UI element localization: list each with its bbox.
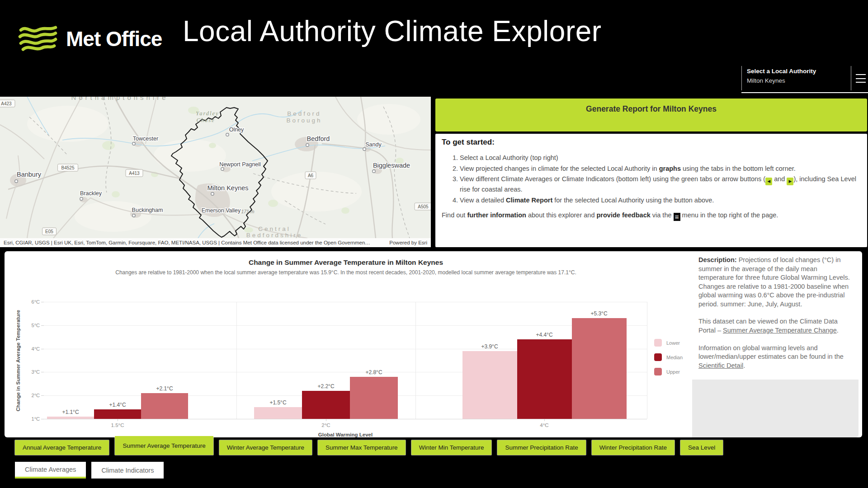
text-segment: and <box>772 175 787 183</box>
powered-by-esri-link[interactable]: Powered by Esri <box>378 240 427 245</box>
met-office-brand: Met Office <box>17 23 162 54</box>
legend-label: Upper <box>666 369 680 375</box>
instruction-step-3: View different Climate Averages or Clima… <box>460 175 858 194</box>
text-segment: Find out <box>442 211 467 219</box>
brand-name: Met Office <box>66 27 162 51</box>
map[interactable]: A423B4525A413A6A505E05 NorthamptonshireY… <box>0 97 431 247</box>
place-marker <box>132 142 135 145</box>
text-segment: Climate Report <box>506 197 552 204</box>
place-marker <box>221 168 224 170</box>
text-segment: using the tabs in the bottom left corner… <box>681 165 796 172</box>
y-tick-label: 1°C <box>22 416 40 422</box>
y-axis-tick <box>41 349 44 349</box>
place-marker <box>80 197 83 200</box>
text-segment: View a detailed <box>460 197 506 204</box>
road-shield-label-e05: E05 <box>45 229 53 234</box>
text-segment: about this explorer and <box>526 211 597 219</box>
bar-median-2-c[interactable] <box>302 391 350 419</box>
bar-upper-1-5-c[interactable] <box>141 393 188 419</box>
text-segment: menu in the top right of the page. <box>680 211 778 219</box>
chart-title: Change in Summer Average Temperature in … <box>5 258 687 267</box>
menu-icon[interactable] <box>856 74 866 83</box>
text-segment: . <box>743 362 745 369</box>
text-segment: View different Climate Averages or Clima… <box>460 175 765 183</box>
bar-value-label: +1.5°C <box>258 399 298 406</box>
plot-separator <box>415 302 416 419</box>
x-axis-tick <box>544 419 545 421</box>
instructions-footer: Find out further information about this … <box>442 211 861 221</box>
y-tick-label: 3°C <box>22 369 40 375</box>
tab-sea-level[interactable]: Sea Level <box>680 440 723 455</box>
y-gridline <box>44 302 647 302</box>
legend-item-median[interactable]: Median <box>654 353 683 361</box>
category-tab-bar: Climate AveragesClimate Indicators <box>15 462 164 479</box>
legend-item-upper[interactable]: Upper <box>654 368 683 375</box>
x-tick-label: 1.5°C <box>102 422 133 428</box>
selector-value[interactable]: Milton Keynes <box>747 77 847 84</box>
app-root: Met Office Local Authority Climate Explo… <box>0 0 868 488</box>
road-shield-label-a505: A505 <box>418 204 429 209</box>
text-segment: Projections of local changes (°C) in sum… <box>698 256 850 308</box>
map-label-171-m: 171 m <box>241 209 254 214</box>
x-tick-label: 4°C <box>528 422 560 428</box>
tab-annual-average-temperature[interactable]: Annual Average Temperature <box>15 440 109 455</box>
road-shield-label-a413: A413 <box>129 171 140 176</box>
y-tick-label: 5°C <box>22 323 40 328</box>
y-axis-tick <box>41 372 44 372</box>
chart-card: Change in Summer Average Temperature in … <box>5 251 862 437</box>
bar-upper-2-c[interactable] <box>350 377 398 419</box>
legend-swatch <box>654 353 662 361</box>
instruction-step-1: Select a Local Authority (top right) <box>460 154 858 163</box>
y-axis-tick <box>41 325 44 326</box>
text-segment: Select a Local Authority (top right) <box>460 154 558 161</box>
place-marker <box>15 180 18 183</box>
description-panel: Description: Projections of local change… <box>692 251 859 437</box>
x-axis-tick <box>118 419 118 421</box>
text-segment: graphs <box>659 165 681 172</box>
local-authority-selector[interactable]: Select a Local Authority Milton Keynes <box>747 68 847 84</box>
legend-item-lower[interactable]: Lower <box>654 339 683 347</box>
text-segment: provide feedback <box>597 211 651 219</box>
bar-value-label: +3.9°C <box>469 343 510 350</box>
tab-climate-averages[interactable]: Climate Averages <box>15 462 86 479</box>
selector-underline <box>741 92 868 93</box>
text-segment: Information on global warming levels and… <box>698 344 844 361</box>
text-segment: . <box>837 327 839 334</box>
bar-upper-4-c[interactable] <box>572 318 627 419</box>
tab-summer-precipitation-rate[interactable]: Summer Precipitation Rate <box>497 440 585 455</box>
bar-median-1-5-c[interactable] <box>94 409 141 419</box>
tab-winter-precipitation-rate[interactable]: Winter Precipitation Rate <box>592 440 675 455</box>
tab-winter-average-temperature[interactable]: Winter Average Temperature <box>219 440 312 455</box>
place-marker <box>132 214 135 217</box>
tab-summer-max-temperature[interactable]: Summer Max Temperature <box>318 440 406 455</box>
plot-separator <box>647 302 647 419</box>
generate-report-button[interactable]: Generate Report for Milton Keynes <box>435 99 867 131</box>
text-segment: further information <box>467 211 526 219</box>
instructions-panel: To get started: Select a Local Authority… <box>435 134 867 247</box>
y-axis-tick <box>41 302 44 302</box>
map-label-sandy: Sandy <box>365 141 382 148</box>
bar-lower-4-c[interactable] <box>462 351 517 419</box>
chart-subtitle: Changes are relative to 1981-2000 when t… <box>5 269 687 276</box>
bar-median-4-c[interactable] <box>517 339 572 419</box>
bar-value-label: +4.4°C <box>524 332 565 338</box>
selector-label: Select a Local Authority <box>747 68 847 75</box>
bar-lower-1-5-c[interactable] <box>47 417 94 419</box>
x-tick-label: 2°C <box>310 422 342 428</box>
bar-value-label: +1.4°C <box>97 402 138 408</box>
map-label-northamptonshire: Northamptonshire <box>71 97 168 101</box>
text-segment: via the <box>651 211 674 219</box>
tab-summer-average-temperature[interactable]: Summer Average Temperature <box>115 436 213 455</box>
tab-winter-min-temperature[interactable]: Winter Min Temperature <box>411 440 492 455</box>
legend-label: Lower <box>666 340 680 346</box>
tab-climate-indicators[interactable]: Climate Indicators <box>91 462 164 479</box>
scientific-detail-link[interactable]: Scientific Detail <box>698 362 743 369</box>
y-gridline <box>44 325 647 326</box>
map-label-central: Central <box>258 225 291 232</box>
bar-value-label: +5.3°C <box>579 310 619 317</box>
summer-average-temperature-change-link[interactable]: Summer Average Temperature Change <box>723 327 837 334</box>
description-paragraph: This dataset can be viewed on the Climat… <box>698 317 852 335</box>
bar-lower-2-c[interactable] <box>254 407 302 419</box>
instructions-heading: To get started: <box>442 138 861 147</box>
y-tick-label: 2°C <box>22 393 40 398</box>
